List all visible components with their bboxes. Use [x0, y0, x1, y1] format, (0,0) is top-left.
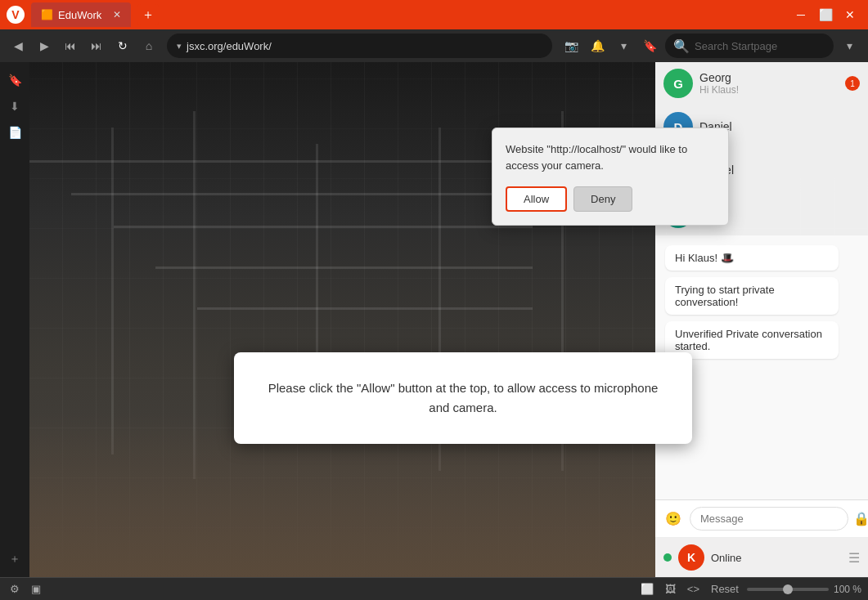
emoji-button[interactable]: 🙂 [662, 508, 685, 530]
tab-close-icon[interactable]: ✕ [113, 9, 121, 20]
toolbar-right: 📷 🔔 ▾ 🔖 [559, 34, 662, 58]
bell-icon-button[interactable]: 🔔 [585, 34, 609, 58]
reload-button[interactable]: ↻ [111, 34, 134, 57]
forward-button[interactable]: ▶ [33, 34, 56, 57]
monitor-status-button[interactable]: ⬜ [637, 581, 657, 597]
content-area: 🔖 ⬇ 📄 ＋ [0, 62, 868, 577]
image-status-button[interactable]: 🖼 [662, 581, 679, 597]
address-bar[interactable]: ▾ jsxc.org/eduWork/ [167, 34, 552, 58]
avatar-georg: G [663, 69, 693, 98]
address-text: jsxc.org/eduWork/ [187, 40, 272, 52]
sidebar-add-button[interactable]: ＋ [3, 548, 26, 571]
toolbar-dropdown-button[interactable]: ▾ [611, 34, 636, 58]
zoom-thumb [783, 584, 793, 594]
reset-zoom-button[interactable]: Reset [708, 581, 742, 597]
title-bar: V 🟧 EduWork ✕ ＋ ─ ⬜ ✕ [0, 0, 868, 29]
new-tab-button[interactable]: ＋ [137, 4, 159, 25]
search-icon: 🔍 [673, 38, 690, 54]
main-content: Website "http://localhost/" would like t… [29, 62, 868, 577]
tab-favicon: 🟧 [41, 9, 53, 20]
chat-message-3: Unverified Private conversation started. [665, 321, 839, 359]
minimize-button[interactable]: ─ [789, 5, 812, 25]
online-row: K Online ☰ [655, 537, 868, 577]
settings-status-icon: ⚙ [10, 583, 20, 595]
back-button[interactable]: ◀ [7, 34, 29, 57]
sidebar-download-button[interactable]: ⬇ [3, 95, 26, 118]
bookmark-icon-button[interactable]: 🔖 [637, 34, 662, 58]
permission-message: Website "http://localhost/" would like t… [506, 141, 715, 173]
browser-logo: V [7, 6, 25, 24]
status-dot [663, 553, 672, 562]
tab-title: EduWork [58, 9, 101, 21]
sidebar: 🔖 ⬇ 📄 ＋ [0, 62, 29, 577]
active-tab[interactable]: 🟧 EduWork ✕ [31, 2, 131, 27]
first-button[interactable]: ⏮ [59, 34, 82, 57]
screen-icon: ▣ [31, 583, 41, 595]
deny-button[interactable]: Deny [573, 186, 632, 212]
zoom-slider[interactable] [747, 588, 829, 591]
search-input[interactable] [695, 40, 825, 52]
contact-item-georg[interactable]: G Georg Hi Klaus! 1 [655, 62, 868, 105]
search-bar[interactable]: 🔍 [665, 34, 834, 58]
restore-button[interactable]: ⬜ [814, 5, 837, 25]
zoom-percent: 100 % [834, 584, 861, 595]
home-button[interactable]: ⌂ [137, 34, 160, 57]
online-label: Online [711, 552, 842, 564]
status-bar: ⚙ ▣ ⬜ 🖼 <> Reset 100 % [0, 577, 868, 600]
search-dropdown-button[interactable]: ▾ [837, 34, 861, 58]
toolbar: ◀ ▶ ⏮ ⏭ ↻ ⌂ ▾ jsxc.org/eduWork/ 📷 🔔 ▾ 🔖 … [0, 29, 868, 62]
code-status-button[interactable]: <> [684, 581, 703, 597]
sidebar-bookmark-button[interactable]: 🔖 [3, 69, 26, 92]
send-button[interactable]: 🔒 [853, 511, 868, 526]
chat-message-input[interactable] [690, 507, 848, 531]
chat-message-2: Trying to start private conversation! [665, 277, 839, 315]
info-popup-text: Please click the "Allow" button at the t… [267, 378, 659, 418]
permission-buttons: Allow Deny [506, 186, 715, 212]
settings-status-button[interactable]: ⚙ [7, 581, 23, 597]
contact-sub-georg: Hi Klaus! [699, 84, 839, 96]
permission-popup: Website "http://localhost/" would like t… [492, 128, 729, 226]
sidebar-history-button[interactable]: 📄 [3, 121, 26, 144]
screen-status-button[interactable]: ▣ [28, 581, 44, 597]
camera-icon-button[interactable]: 📷 [559, 34, 583, 58]
online-avatar: K [678, 544, 704, 571]
address-dropdown-icon: ▾ [177, 41, 182, 51]
info-popup: Please click the "Allow" button at the t… [234, 352, 692, 444]
zoom-control: Reset 100 % [708, 581, 861, 597]
last-button[interactable]: ⏭ [85, 34, 108, 57]
contact-badge-georg: 1 [845, 76, 860, 91]
menu-button[interactable]: ☰ [848, 550, 860, 566]
allow-button[interactable]: Allow [506, 186, 567, 212]
chat-input-bar: 🙂 🔒 [655, 499, 868, 537]
contact-info-georg: Georg Hi Klaus! [699, 71, 839, 96]
contact-name-georg: Georg [699, 71, 839, 84]
close-button[interactable]: ✕ [839, 5, 861, 25]
window-controls: ─ ⬜ ✕ [789, 5, 861, 25]
chat-message-1: Hi Klaus! 🎩 [665, 245, 839, 271]
